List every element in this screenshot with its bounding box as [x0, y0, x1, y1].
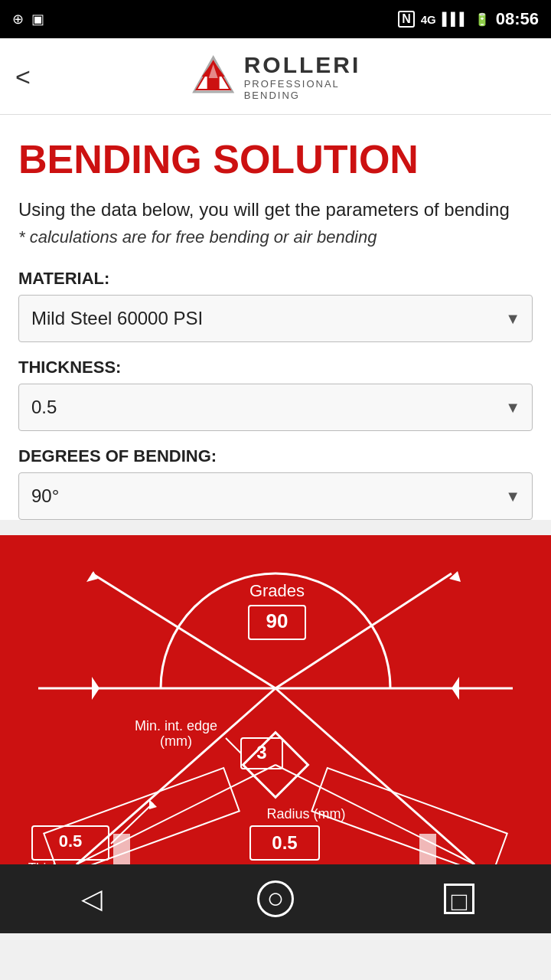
svg-text:3: 3: [256, 742, 266, 763]
status-bar: ⊕ ▣ N 4G ▌▌▌ 🔋 08:56: [0, 0, 551, 38]
nav-recent-button[interactable]: □: [436, 876, 482, 922]
nfc-icon: N: [398, 11, 415, 28]
svg-text:90: 90: [266, 609, 289, 632]
battery-icon: 🔋: [474, 12, 490, 27]
clock: 08:56: [496, 9, 539, 29]
degrees-label: DEGREES OF BENDING:: [18, 446, 533, 466]
nav-recent-icon: □: [444, 884, 474, 914]
image-icon: ▣: [31, 11, 44, 28]
diagram-svg: 0.5 Thickness (mm) Grades 90 Min. int. e…: [0, 535, 551, 864]
material-field-group: MATERIAL: Mild Steel 60000 PSI Stainless…: [18, 269, 533, 342]
svg-text:Grades: Grades: [249, 581, 305, 600]
svg-marker-25: [92, 677, 99, 700]
svg-rect-38: [419, 834, 436, 864]
svg-text:Min. int. edge: Min. int. edge: [135, 718, 217, 733]
brand-sub2: BENDING: [244, 90, 361, 101]
svg-text:Radius (mm): Radius (mm): [266, 806, 345, 822]
signal-icon: ▌▌▌: [442, 12, 468, 26]
main-content: BENDING SOLUTION Using the data below, y…: [0, 115, 551, 520]
rolleri-logo-icon: [191, 54, 236, 100]
svg-marker-27: [86, 571, 98, 582]
page-title: BENDING SOLUTION: [18, 138, 533, 181]
svg-text:0.5: 0.5: [59, 831, 83, 851]
material-label: MATERIAL:: [18, 269, 533, 289]
status-icons-left: ⊕ ▣: [12, 11, 44, 28]
svg-marker-26: [452, 677, 459, 700]
thickness-select-wrapper: 0.5 1.0 1.5 2.0 ▼: [18, 384, 533, 431]
note-text: * calculations are for free bending or a…: [18, 227, 533, 247]
svg-marker-21: [149, 799, 157, 809]
bottom-nav: ◁ ○ □: [0, 864, 551, 933]
header: < ROLLERI PROFESSIONAL BENDING: [0, 38, 551, 115]
svg-text:Thickness: Thickness: [28, 861, 87, 864]
status-icons-right: N 4G ▌▌▌ 🔋 08:56: [398, 9, 539, 29]
thickness-field-group: THICKNESS: 0.5 1.0 1.5 2.0 ▼: [18, 358, 533, 431]
svg-line-31: [226, 738, 241, 753]
nav-home-button[interactable]: ○: [253, 876, 298, 922]
nav-back-icon: ◁: [81, 883, 103, 915]
svg-text:(mm): (mm): [160, 733, 192, 749]
nav-home-icon: ○: [257, 880, 294, 917]
thickness-label: THICKNESS:: [18, 358, 533, 377]
logo-text: ROLLERI PROFESSIONAL BENDING: [244, 52, 361, 101]
nav-back-button[interactable]: ◁: [69, 876, 115, 922]
usb-icon: ⊕: [12, 11, 24, 28]
svg-line-7: [276, 688, 474, 864]
degrees-field-group: DEGREES OF BENDING: 90° 45° 60° 120° 135…: [18, 446, 533, 520]
brand-sub1: PROFESSIONAL: [244, 78, 361, 90]
thickness-select[interactable]: 0.5 1.0 1.5 2.0: [18, 384, 533, 431]
svg-text:0.5: 0.5: [272, 832, 297, 853]
back-button[interactable]: <: [15, 64, 31, 90]
material-select-wrapper: Mild Steel 60000 PSI Stainless Steel Alu…: [18, 295, 533, 342]
bending-diagram: 0.5 Thickness (mm) Grades 90 Min. int. e…: [0, 535, 551, 864]
logo: ROLLERI PROFESSIONAL BENDING: [191, 52, 361, 101]
network-4g-icon: 4G: [421, 13, 436, 26]
brand-name: ROLLERI: [244, 52, 361, 78]
material-select[interactable]: Mild Steel 60000 PSI Stainless Steel Alu…: [18, 295, 533, 342]
svg-line-6: [77, 688, 276, 864]
svg-rect-37: [113, 834, 130, 864]
intro-text: Using the data below, you will get the p…: [18, 197, 533, 223]
degrees-select-wrapper: 90° 45° 60° 120° 135° ▼: [18, 472, 533, 520]
svg-line-10: [77, 765, 276, 864]
degrees-select[interactable]: 90° 45° 60° 120° 135°: [18, 472, 533, 520]
